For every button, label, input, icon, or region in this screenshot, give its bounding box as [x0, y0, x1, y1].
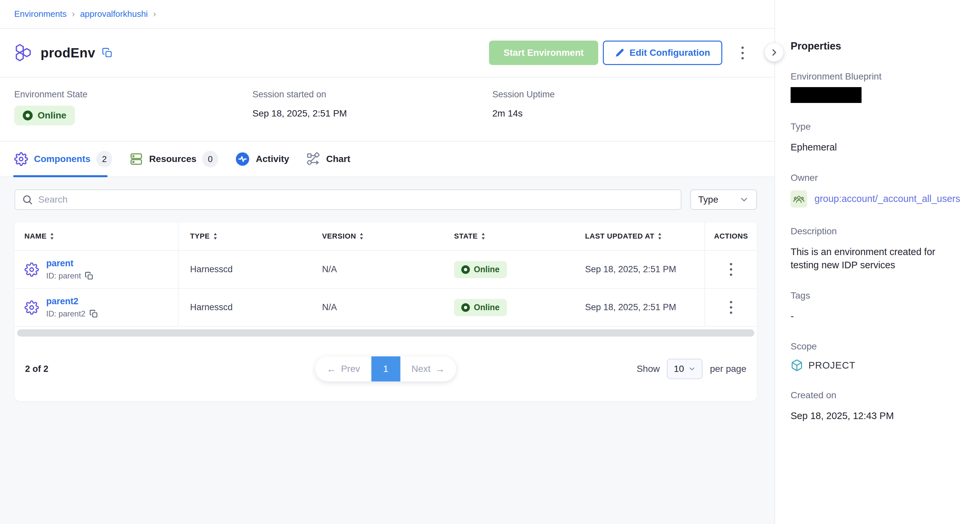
- horizontal-scrollbar-thumb[interactable]: [17, 329, 754, 336]
- components-table-card: NAME TYPE VERSION: [14, 222, 757, 401]
- copy-title-button[interactable]: [102, 48, 113, 58]
- sort-icon: [50, 233, 54, 240]
- show-label: Show: [636, 364, 660, 374]
- header-kebab-menu-button[interactable]: [738, 43, 747, 63]
- state-badge: Online: [454, 261, 507, 278]
- edit-configuration-button[interactable]: Edit Configuration: [603, 41, 722, 65]
- component-id: ID: parent2: [46, 309, 86, 319]
- column-header-name[interactable]: NAME: [14, 222, 178, 250]
- row-kebab-menu-button[interactable]: [727, 298, 735, 317]
- row-kebab-menu-button[interactable]: [727, 260, 735, 279]
- tab-resources[interactable]: Resources 0: [129, 151, 218, 167]
- sort-icon: [213, 233, 218, 240]
- type-filter-dropdown[interactable]: Type: [690, 190, 757, 210]
- environment-state-block: Environment State Online: [14, 89, 253, 141]
- column-header-state[interactable]: STATE: [442, 222, 574, 250]
- tab-chart[interactable]: Chart: [306, 152, 350, 166]
- components-tab-content: Type NAME: [0, 177, 775, 401]
- property-created-on: Created on Sep 18, 2025, 12:43 PM: [791, 390, 960, 423]
- prev-page-button[interactable]: ← Prev: [315, 356, 371, 381]
- column-header-type[interactable]: TYPE: [178, 222, 310, 250]
- copy-id-button[interactable]: [89, 309, 98, 318]
- cube-icon: [791, 359, 803, 371]
- environment-state-badge: Online: [14, 105, 75, 126]
- tab-bar: Components 2 Resources 0: [0, 141, 775, 177]
- chart-flow-icon: [306, 152, 320, 166]
- activity-pulse-icon: [235, 152, 250, 166]
- redacted-blueprint-value: [791, 87, 862, 103]
- properties-panel: Properties Environment Blueprint Type Ep…: [775, 0, 980, 524]
- kebab-menu-icon: [730, 263, 732, 265]
- stacked-resources-icon: [129, 152, 143, 166]
- page-title: prodEnv: [41, 46, 95, 61]
- sort-icon: [481, 233, 485, 240]
- component-version: N/A: [310, 251, 442, 288]
- page-number-button[interactable]: 1: [371, 356, 400, 381]
- component-name-link[interactable]: parent2: [46, 296, 78, 306]
- search-input[interactable]: [38, 194, 674, 205]
- session-started-block: Session started on Sep 18, 2025, 2:51 PM: [253, 89, 492, 141]
- copy-icon: [85, 272, 93, 280]
- page-header: prodEnv Start Environment Edit Configur: [0, 29, 775, 77]
- page-size-dropdown[interactable]: 10: [667, 359, 703, 379]
- component-name-link[interactable]: parent: [46, 258, 73, 268]
- pencil-icon: [615, 48, 624, 57]
- table-header-row: NAME TYPE VERSION: [14, 222, 757, 251]
- start-environment-button[interactable]: Start Environment: [489, 41, 598, 65]
- pagination-pager: ← Prev 1 Next →: [315, 356, 456, 381]
- property-type: Type Ephemeral: [791, 121, 960, 154]
- status-dot-icon: [23, 110, 33, 121]
- property-tags: Tags -: [791, 290, 960, 323]
- property-owner: Owner group:account/_account_: [791, 173, 960, 207]
- property-scope: Scope PROJECT: [791, 341, 960, 371]
- page-size-controls: Show 10 per page: [636, 359, 746, 379]
- property-description: Description This is an environment creat…: [791, 226, 960, 272]
- component-last-updated: Sep 18, 2025, 2:51 PM: [574, 289, 705, 326]
- tab-activity[interactable]: Activity: [235, 152, 289, 166]
- horizontal-scrollbar-track: [14, 327, 757, 336]
- kebab-menu-icon: [741, 46, 744, 49]
- search-box: [14, 190, 681, 210]
- collapse-panel-button[interactable]: [765, 43, 783, 62]
- sort-icon: [360, 233, 364, 240]
- copy-icon: [102, 48, 113, 58]
- breadcrumb-link-environment[interactable]: approvalforkhushi: [80, 9, 148, 19]
- tab-components[interactable]: Components 2: [14, 151, 112, 167]
- search-icon: [22, 194, 33, 205]
- properties-heading: Properties: [791, 40, 960, 52]
- status-dot-icon: [461, 265, 470, 274]
- tab-components-count-badge: 2: [96, 151, 112, 167]
- filter-row: Type: [14, 190, 757, 210]
- column-header-version[interactable]: VERSION: [310, 222, 442, 250]
- breadcrumb-chevron-icon: ›: [153, 9, 156, 19]
- environment-state-value: Online: [38, 110, 66, 121]
- copy-icon: [89, 309, 98, 318]
- component-id: ID: parent: [46, 271, 81, 280]
- tab-resources-label: Resources: [149, 154, 196, 164]
- copy-id-button[interactable]: [85, 272, 93, 280]
- breadcrumb-link-environments[interactable]: Environments: [14, 9, 67, 19]
- tab-components-label: Components: [34, 154, 91, 164]
- session-started-value: Sep 18, 2025, 2:51 PM: [253, 108, 492, 119]
- environment-state-label: Environment State: [14, 89, 253, 100]
- environment-detail-page: Environments › approvalforkhushi › prodE…: [0, 0, 980, 524]
- owner-group-link[interactable]: group:account/_account_all_users: [815, 193, 960, 204]
- column-header-last-updated[interactable]: LAST UPDATED AT: [574, 222, 705, 250]
- pagination-bar: 2 of 2 ← Prev 1 Next → Show: [14, 336, 757, 401]
- component-type: Harnesscd: [178, 251, 310, 288]
- kebab-menu-icon: [730, 301, 732, 303]
- gear-icon: [24, 262, 39, 277]
- component-last-updated: Sep 18, 2025, 2:51 PM: [574, 251, 705, 288]
- status-dot-icon: [461, 303, 470, 312]
- column-header-actions: ACTIONS: [705, 222, 757, 250]
- pagination-summary: 2 of 2: [25, 364, 48, 374]
- chevron-right-icon: [770, 48, 779, 57]
- tab-resources-count-badge: 0: [202, 151, 218, 167]
- next-page-button[interactable]: Next →: [400, 356, 457, 381]
- session-started-label: Session started on: [253, 89, 492, 100]
- session-uptime-block: Session Uptime 2m 14s: [492, 89, 555, 141]
- group-icon: [793, 193, 805, 205]
- component-version: N/A: [310, 289, 442, 326]
- main-column: Environments › approvalforkhushi › prodE…: [0, 0, 775, 524]
- breadcrumb-chevron-icon: ›: [72, 9, 75, 19]
